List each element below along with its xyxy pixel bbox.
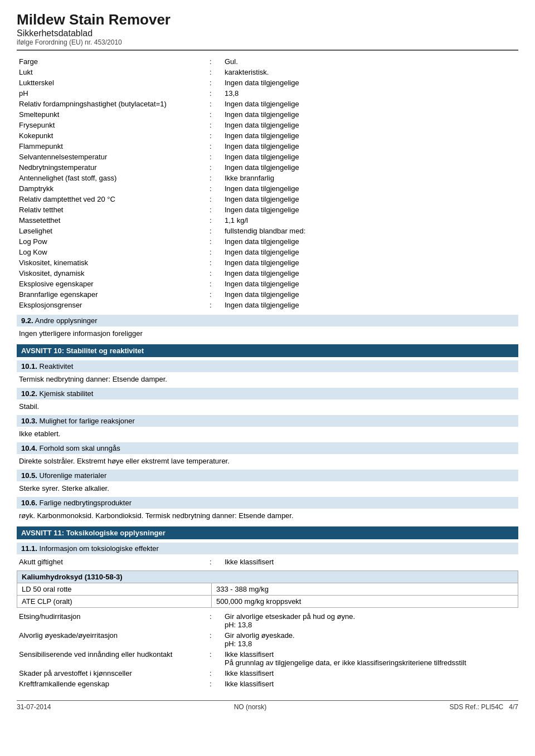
prop-value: Ingen data tilgjengelige bbox=[222, 120, 518, 130]
doc-subtitle: Sikkerhetsdatablad bbox=[17, 28, 518, 38]
property-row: Log Kow : Ingen data tilgjengelige bbox=[17, 247, 518, 257]
prop-value: Ingen data tilgjengelige bbox=[222, 141, 518, 152]
tox-akutt-label: Akutt giftighet bbox=[17, 557, 207, 567]
tox-row-colon: : bbox=[207, 668, 222, 679]
subsection-body: Termisk nedbrytning danner: Etsende damp… bbox=[17, 374, 518, 384]
tox-row-value: Ikke klassifisert bbox=[222, 668, 518, 679]
property-row: Løselighet : fullstendig blandbar med: bbox=[17, 226, 518, 236]
tox-rows-table: Etsing/hudirritasjon : Gir alvorlige ets… bbox=[17, 611, 518, 689]
prop-colon: : bbox=[207, 67, 222, 77]
prop-label: Relativ tetthet bbox=[17, 204, 207, 215]
subsection-header: 10.4. Forhold som skal unngås bbox=[17, 442, 518, 454]
prop-value: Ingen data tilgjengelige bbox=[222, 204, 518, 215]
prop-label: Viskositet, dynamisk bbox=[17, 268, 207, 279]
kalium-row: LD 50 oral rotte 333 - 388 mg/kg bbox=[17, 583, 518, 596]
prop-label: Frysepunkt bbox=[17, 120, 207, 130]
prop-label: Relativ fordampningshastighet (butylacet… bbox=[17, 99, 207, 109]
property-row: Eksplosjonsgrenser : Ingen data tilgjeng… bbox=[17, 300, 518, 310]
prop-colon: : bbox=[207, 120, 222, 130]
tox-row-label: Alvorlig øyeskade/øyeirritasjon bbox=[17, 630, 207, 649]
subsection-11-1-header: 11.1. Informasjon om toksiologiske effek… bbox=[17, 543, 518, 554]
prop-label: Farge bbox=[17, 56, 207, 67]
section-11-header: AVSNITT 11: Toksikologiske opplysninger bbox=[17, 526, 518, 539]
property-row: Farge : Gul. bbox=[17, 56, 518, 67]
tox-row-colon: : bbox=[207, 611, 222, 630]
prop-value: Ingen data tilgjengelige bbox=[222, 77, 518, 88]
subsection-9-2-header: 9.2. Andre opplysninger bbox=[17, 315, 518, 326]
property-row: Lukt : karakteristisk. bbox=[17, 67, 518, 77]
prop-label: Relativ damptetthet ved 20 °C bbox=[17, 194, 207, 204]
prop-label: Smeltepunkt bbox=[17, 109, 207, 120]
prop-colon: : bbox=[207, 56, 222, 67]
subsection-body: Sterke syrer. Sterke alkalier. bbox=[17, 483, 518, 494]
prop-value: Ingen data tilgjengelige bbox=[222, 109, 518, 120]
section-9-2-body: Ingen ytterligere informasjon foreligger bbox=[17, 328, 518, 339]
property-row: Flammepunkt : Ingen data tilgjengelige bbox=[17, 141, 518, 152]
property-row: Luktterskel : Ingen data tilgjengelige bbox=[17, 77, 518, 88]
prop-colon: : bbox=[207, 236, 222, 247]
kalium-label: ATE CLP (oralt) bbox=[17, 596, 212, 608]
prop-label: Selvantennelsestemperatur bbox=[17, 152, 207, 162]
prop-colon: : bbox=[207, 173, 222, 183]
tox-row-value: Gir alvorlige etseskader på hud og øyne.… bbox=[222, 611, 518, 630]
tox-row-label: Kreftframkallende egenskap bbox=[17, 679, 207, 689]
prop-label: Kokepunkt bbox=[17, 130, 207, 141]
subsection-header: 10.1. Reaktivitet bbox=[17, 360, 518, 372]
property-row: Smeltepunkt : Ingen data tilgjengelige bbox=[17, 109, 518, 120]
kalium-row: ATE CLP (oralt) 500,000 mg/kg kroppsvekt bbox=[17, 596, 518, 608]
prop-colon: : bbox=[207, 130, 222, 141]
prop-colon: : bbox=[207, 279, 222, 289]
property-row: Kokepunkt : Ingen data tilgjengelige bbox=[17, 130, 518, 141]
tox-row: Alvorlig øyeskade/øyeirritasjon : Gir al… bbox=[17, 630, 518, 649]
tox-akutt-row: Akutt giftighet : Ikke klassifisert bbox=[17, 557, 518, 567]
tox-row-value: Ikke klassifisert bbox=[222, 679, 518, 689]
property-row: Viskositet, kinematisk : Ingen data tilg… bbox=[17, 257, 518, 268]
prop-label: Nedbrytningstemperatur bbox=[17, 162, 207, 173]
subsection-body: Direkte solstråler. Ekstremt høye eller … bbox=[17, 456, 518, 466]
subsection-header: 10.3. Mulighet for farlige reaksjoner bbox=[17, 415, 518, 427]
property-row: Frysepunkt : Ingen data tilgjengelige bbox=[17, 120, 518, 130]
prop-value: Ingen data tilgjengelige bbox=[222, 300, 518, 310]
tox-row-colon: : bbox=[207, 679, 222, 689]
prop-value: Gul. bbox=[222, 56, 518, 67]
properties-table: Farge : Gul. Lukt : karakteristisk. Lukt… bbox=[17, 56, 518, 310]
prop-colon: : bbox=[207, 247, 222, 257]
property-row: Viskositet, dynamisk : Ingen data tilgje… bbox=[17, 268, 518, 279]
prop-label: Viskositet, kinematisk bbox=[17, 257, 207, 268]
prop-value: Ingen data tilgjengelige bbox=[222, 236, 518, 247]
tox-akutt-value: Ikke klassifisert bbox=[222, 557, 518, 567]
prop-colon: : bbox=[207, 289, 222, 300]
kalium-value: 333 - 388 mg/kg bbox=[212, 583, 518, 596]
prop-colon: : bbox=[207, 183, 222, 194]
tox-row: Sensibiliserende ved innånding eller hud… bbox=[17, 649, 518, 668]
kalium-table-header: Kaliumhydroksyd (1310-58-3) bbox=[17, 571, 518, 583]
doc-title: Mildew Stain Remover bbox=[17, 11, 518, 28]
prop-label: Eksplosjonsgrenser bbox=[17, 300, 207, 310]
property-row: Eksplosive egenskaper : Ingen data tilgj… bbox=[17, 279, 518, 289]
prop-colon: : bbox=[207, 215, 222, 226]
prop-value: Ingen data tilgjengelige bbox=[222, 99, 518, 109]
footer-language: NO (norsk) bbox=[234, 703, 267, 711]
subsection-header: 10.6. Farlige nedbrytingsprodukter bbox=[17, 497, 518, 509]
prop-colon: : bbox=[207, 109, 222, 120]
prop-value: 13,8 bbox=[222, 88, 518, 99]
prop-value: Ingen data tilgjengelige bbox=[222, 152, 518, 162]
prop-value: Ingen data tilgjengelige bbox=[222, 247, 518, 257]
prop-colon: : bbox=[207, 88, 222, 99]
subsection-body: røyk. Karbonmonoksid. Karbondioksid. Ter… bbox=[17, 510, 518, 521]
prop-value: Ingen data tilgjengelige bbox=[222, 162, 518, 173]
prop-label: Massetetthet bbox=[17, 215, 207, 226]
property-row: Massetetthet : 1,1 kg/l bbox=[17, 215, 518, 226]
prop-label: Brannfarlige egenskaper bbox=[17, 289, 207, 300]
tox-row-value: Gir alvorlig øyeskade.pH: 13,8 bbox=[222, 630, 518, 649]
prop-label: Luktterskel bbox=[17, 77, 207, 88]
prop-value: Ingen data tilgjengelige bbox=[222, 279, 518, 289]
footer: 31-07-2014 NO (norsk) SDS Ref.: PLI54C 4… bbox=[17, 700, 518, 711]
footer-ref-page: SDS Ref.: PLI54C 4/7 bbox=[450, 703, 518, 711]
property-row: pH : 13,8 bbox=[17, 88, 518, 99]
tox-row: Skader på arvestoffet i kjønnsceller : I… bbox=[17, 668, 518, 679]
kalium-label: LD 50 oral rotte bbox=[17, 583, 212, 596]
prop-colon: : bbox=[207, 257, 222, 268]
prop-colon: : bbox=[207, 204, 222, 215]
prop-value: Ingen data tilgjengelige bbox=[222, 268, 518, 279]
